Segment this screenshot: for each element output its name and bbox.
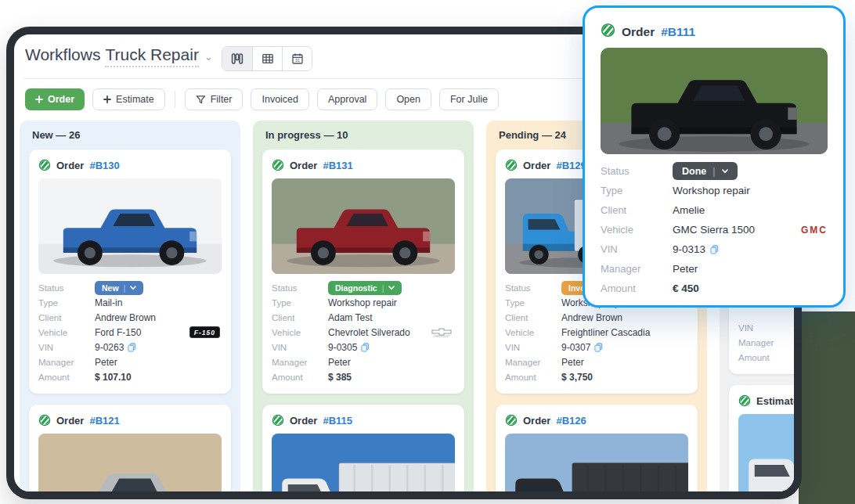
- field-label-type: Type: [601, 185, 673, 196]
- copy-icon: [594, 343, 603, 352]
- svg-text:31: 31: [295, 58, 300, 63]
- copy-vin-button[interactable]: [361, 343, 370, 352]
- copy-icon: [361, 343, 370, 352]
- popup-vehicle-photo: [601, 48, 828, 154]
- toolbar: OrderEstimateFilterInvoicedApprovalOpenF…: [25, 88, 499, 110]
- field-label-status: Status: [601, 165, 673, 177]
- order-stripes-icon: [272, 159, 284, 171]
- chevron-down-icon[interactable]: ⌄: [204, 51, 213, 63]
- field-value-client: Andrew Brown: [561, 312, 688, 323]
- filter-filter-button[interactable]: Filter: [185, 88, 244, 110]
- card-id[interactable]: #B129: [556, 160, 586, 171]
- field-row-manager: ManagerPeter: [272, 355, 455, 369]
- field-value-vehicle: Ford F-150F-150: [95, 326, 222, 338]
- button-label: Open: [396, 94, 420, 105]
- vehicle-photo: [601, 48, 828, 154]
- card-id[interactable]: #B126: [556, 415, 586, 427]
- order-card[interactable]: Order#B131 StatusDiagnostic| TypeWorksho…: [262, 149, 464, 394]
- view-segment-kanban-view[interactable]: [222, 47, 252, 70]
- table-icon: [262, 52, 274, 65]
- field-row-vin: VIN9-0313: [738, 320, 802, 335]
- card-id[interactable]: #B130: [89, 160, 119, 171]
- field-label-vehicle: Vehicle: [272, 328, 328, 337]
- field-row-amount: Amount€ 450: [601, 279, 828, 298]
- order-stripes-icon: [601, 23, 615, 41]
- chevron-down-icon: [130, 286, 136, 290]
- field-value-client: Andrew Brown: [95, 312, 222, 323]
- button-label: Estimate: [116, 94, 154, 105]
- card-type-label: Order: [56, 160, 84, 171]
- column-title: New — 26: [29, 121, 231, 149]
- field-row-vin: VIN9-0263: [38, 340, 222, 355]
- button-label: Approval: [328, 94, 366, 105]
- field-row-vin: VIN9-0305: [272, 340, 455, 355]
- copy-vin-button[interactable]: [710, 245, 719, 254]
- field-value-client: Adam Test: [328, 312, 455, 323]
- order-stripes-icon: [38, 414, 51, 427]
- field-row-vehicle: VehicleFreightliner Cascadia: [505, 325, 688, 340]
- filter-for-julie-button[interactable]: For Julie: [439, 88, 499, 110]
- field-value-status: New|: [95, 281, 222, 295]
- field-value-vin: 9-0305: [328, 342, 455, 353]
- status-dropdown[interactable]: New|: [95, 281, 143, 295]
- calendar-icon: 31: [291, 52, 304, 65]
- field-row-vin: VIN9-0307: [505, 340, 688, 355]
- order-card[interactable]: Order#B130 StatusNew| TypeMail-in Client…: [29, 149, 231, 394]
- field-label-amount: Amount: [505, 373, 561, 382]
- order-stripes-icon: [505, 414, 518, 427]
- workflow-name[interactable]: Truck Repair: [105, 45, 198, 67]
- filter-approval-button[interactable]: Approval: [317, 88, 377, 110]
- field-value-client: Amelie: [673, 204, 828, 216]
- copy-vin-button[interactable]: [594, 343, 603, 352]
- field-label-amount: Amount: [272, 373, 328, 382]
- field-label-manager: Manager: [38, 358, 95, 367]
- popup-order-id[interactable]: #B111: [661, 25, 695, 39]
- field-label-status: Status: [272, 283, 328, 293]
- field-row-amount: Amount$ 450: [738, 350, 802, 365]
- field-value-type: Mail-in: [95, 297, 222, 308]
- chevrolet-badge: CHEVROLET: [430, 326, 453, 338]
- field-label-manager: Manager: [738, 338, 795, 347]
- vehicle-photo-frame: [505, 434, 688, 499]
- field-value-vin: 9-0313: [795, 322, 802, 333]
- estimate-card[interactable]: Estimate#B102: [729, 385, 802, 499]
- field-row-type: TypeWorkshop repair: [272, 295, 455, 310]
- vehicle-photo: [272, 178, 455, 274]
- popup-header: Order #B111: [601, 17, 828, 48]
- button-label: Invoiced: [262, 94, 298, 105]
- card-id[interactable]: #B121: [89, 415, 119, 427]
- filter-invoiced-button[interactable]: Invoiced: [251, 88, 309, 110]
- order-card[interactable]: Order#B115: [262, 405, 464, 499]
- field-row-vehicle: VehicleGMC Sierra 1500GMC: [601, 220, 828, 239]
- vehicle-photo-frame: [38, 178, 222, 274]
- card-id[interactable]: #B115: [323, 415, 352, 427]
- card-fields: StatusNew| TypeMail-in ClientAndrew Brow…: [38, 280, 222, 384]
- order-card[interactable]: Order#B121: [29, 405, 231, 499]
- vehicle-photo: [38, 434, 222, 499]
- field-row-type: TypeWorkshop repair: [601, 181, 828, 200]
- card-type-label: Order: [523, 160, 550, 171]
- estimate-button[interactable]: Estimate: [92, 88, 165, 110]
- field-value-vin: 9-0263: [95, 342, 222, 353]
- copy-vin-button[interactable]: [128, 343, 136, 352]
- field-value-type: Workshop repair: [673, 185, 828, 196]
- field-label-vehicle: Vehicle: [601, 224, 673, 236]
- card-type-label: Order: [523, 415, 550, 427]
- kanban-icon: [231, 52, 244, 65]
- order-button[interactable]: Order: [25, 88, 85, 110]
- card-fields: VIN9-0313 ManagerPeter Amount$ 450: [738, 320, 802, 365]
- card-id[interactable]: #B131: [323, 160, 352, 171]
- filter-open-button[interactable]: Open: [385, 88, 431, 110]
- vehicle-photo: [38, 178, 222, 274]
- funnel-icon: [196, 95, 206, 105]
- field-label-client: Client: [38, 313, 95, 322]
- field-row-manager: ManagerPeter: [38, 355, 222, 369]
- stage: Workflows Truck Repair ⌄ 31 OrderEstimat…: [0, 0, 855, 504]
- status-dropdown[interactable]: Done|: [673, 162, 738, 180]
- popup-fields: StatusDone| TypeWorkshop repair ClientAm…: [601, 161, 828, 298]
- status-dropdown[interactable]: Diagnostic|: [328, 281, 402, 295]
- field-value-manager: Peter: [561, 357, 688, 368]
- view-segment-calendar-view[interactable]: 31: [282, 47, 312, 70]
- view-segment-table-view[interactable]: [252, 47, 282, 70]
- order-card[interactable]: Order#B126: [496, 405, 698, 499]
